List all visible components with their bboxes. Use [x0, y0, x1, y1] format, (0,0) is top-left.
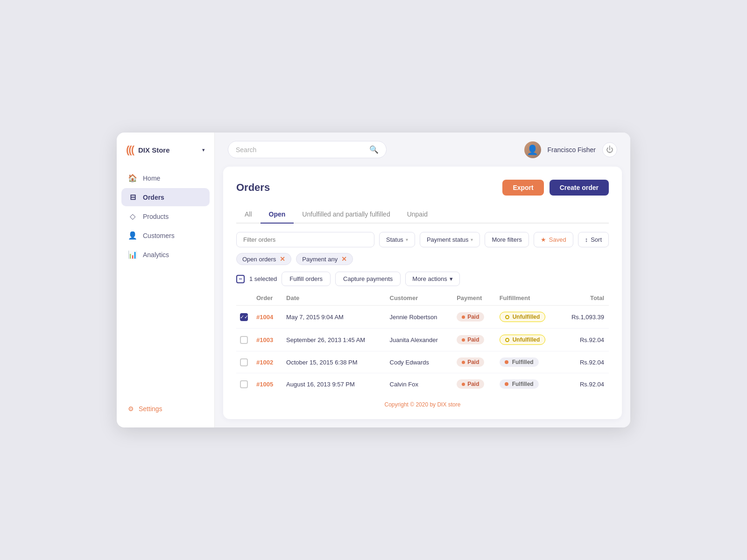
- tab-unfulfilled[interactable]: Unfulfilled and partially fulfilled: [294, 206, 398, 224]
- fulfill-orders-button[interactable]: Fulfill orders: [282, 272, 331, 286]
- row-checkbox[interactable]: [240, 336, 248, 344]
- filter-tag-label: Open orders: [242, 256, 276, 263]
- order-link[interactable]: #1005: [256, 381, 273, 388]
- main-content: 🔍 👤 Francisco Fisher ⏻ Orders Export Cre…: [215, 133, 630, 427]
- order-date: September 26, 2013 1:45 AM: [282, 329, 386, 351]
- tab-all[interactable]: All: [236, 206, 261, 224]
- sidebar-brand[interactable]: ((( DIX Store ▾: [117, 144, 214, 169]
- more-actions-label: More actions: [412, 275, 447, 282]
- settings-label: Settings: [139, 405, 162, 413]
- analytics-icon: 📊: [128, 250, 137, 259]
- saved-button[interactable]: ★ Saved: [534, 232, 573, 247]
- order-customer: Cody Edwards: [386, 351, 453, 373]
- brand-chevron-icon: ▾: [202, 147, 205, 153]
- table-row: #1002October 15, 2015 6:38 PMCody Edward…: [236, 351, 609, 373]
- sidebar-item-home[interactable]: 🏠 Home: [121, 169, 210, 187]
- order-total: Rs.92.04: [560, 351, 609, 373]
- sidebar-item-analytics[interactable]: 📊 Analytics: [121, 245, 210, 264]
- payment-badge: Paid: [457, 335, 484, 344]
- sort-icon: ↕: [585, 236, 588, 243]
- fulfillment-badge: Fulfilled: [500, 357, 539, 367]
- search-icon: 🔍: [369, 145, 379, 154]
- sidebar-footer: ⚙ Settings: [117, 397, 214, 416]
- avatar: 👤: [524, 141, 541, 158]
- table-row: #1005August 16, 2013 9:57 PMCalvin FoxPa…: [236, 373, 609, 395]
- order-date: August 16, 2013 9:57 PM: [282, 373, 386, 395]
- filter-input[interactable]: [236, 232, 374, 247]
- sidebar-item-label: Orders: [143, 194, 164, 201]
- user-name: Francisco Fisher: [548, 146, 596, 154]
- filter-tag-label: Payment any: [302, 256, 338, 263]
- orders-table: Order Date Customer Payment Fulfillment …: [236, 291, 609, 395]
- remove-open-orders-filter-button[interactable]: ✕: [280, 255, 285, 263]
- bulk-actions-bar: − 1 selected Fulfill orders Capture paym…: [236, 272, 609, 286]
- sidebar-item-customers[interactable]: 👤 Customers: [121, 226, 210, 245]
- orders-icon: ⊟: [128, 193, 137, 202]
- order-total: Rs.92.04: [560, 329, 609, 351]
- row-checkbox[interactable]: [240, 380, 248, 388]
- filter-input-wrap: [236, 232, 374, 247]
- tab-open[interactable]: Open: [261, 206, 294, 224]
- sidebar-item-settings[interactable]: ⚙ Settings: [126, 401, 205, 416]
- sidebar: ((( DIX Store ▾ 🏠 Home ⊟ Orders ◇ Produc…: [117, 133, 215, 427]
- export-button[interactable]: Export: [502, 180, 543, 196]
- settings-icon: ⚙: [128, 405, 134, 413]
- order-date: May 7, 2015 9:04 AM: [282, 306, 386, 329]
- col-header-check: [236, 291, 253, 306]
- page-title: Orders: [236, 182, 270, 194]
- page-content: Orders Export Create order All Open Unfu…: [223, 167, 622, 419]
- filter-tag-payment-any: Payment any ✕: [296, 253, 353, 265]
- col-header-payment: Payment: [453, 291, 496, 306]
- sidebar-item-label: Products: [143, 213, 169, 220]
- power-button[interactable]: ⏻: [602, 142, 617, 157]
- more-actions-button[interactable]: More actions ▾: [405, 272, 459, 286]
- row-checkbox[interactable]: [240, 358, 248, 366]
- sidebar-item-orders[interactable]: ⊟ Orders: [121, 188, 210, 206]
- active-filters: Open orders ✕ Payment any ✕: [236, 253, 609, 265]
- products-icon: ◇: [128, 212, 137, 221]
- bulk-select-checkbox[interactable]: −: [236, 275, 245, 283]
- order-total: Rs.1,093.39: [560, 306, 609, 329]
- star-icon: ★: [541, 236, 546, 243]
- search-box[interactable]: 🔍: [228, 141, 387, 158]
- payment-status-filter-button[interactable]: Payment status ▾: [420, 232, 480, 247]
- payment-badge: Paid: [457, 312, 484, 322]
- row-checkbox[interactable]: ✓: [240, 313, 248, 321]
- sort-button[interactable]: ↕ Sort: [578, 232, 609, 247]
- col-header-date: Date: [282, 291, 386, 306]
- order-customer: Jennie Robertson: [386, 306, 453, 329]
- filter-bar: Status ▾ Payment status ▾ More filters ★…: [236, 232, 609, 247]
- sidebar-item-products[interactable]: ◇ Products: [121, 207, 210, 225]
- order-customer: Calvin Fox: [386, 373, 453, 395]
- sidebar-nav: 🏠 Home ⊟ Orders ◇ Products 👤 Customers 📊…: [117, 169, 214, 397]
- search-input[interactable]: [236, 146, 366, 154]
- order-link[interactable]: #1004: [256, 314, 273, 321]
- create-order-button[interactable]: Create order: [550, 180, 609, 196]
- brand-logo-icon: (((: [126, 144, 134, 156]
- tab-unpaid[interactable]: Unpaid: [399, 206, 436, 224]
- more-actions-chevron-icon: ▾: [450, 275, 453, 282]
- sort-label: Sort: [591, 236, 602, 243]
- tabs: All Open Unfulfilled and partially fulfi…: [236, 206, 609, 224]
- brand-name: DIX Store: [138, 146, 170, 154]
- customers-icon: 👤: [128, 231, 137, 240]
- sidebar-item-label: Analytics: [143, 251, 169, 259]
- fulfillment-badge: Fulfilled: [500, 379, 539, 389]
- capture-payments-button[interactable]: Capture payments: [335, 272, 401, 286]
- topbar: 🔍 👤 Francisco Fisher ⏻: [215, 133, 630, 167]
- status-filter-button[interactable]: Status ▾: [379, 232, 415, 247]
- order-total: Rs.92.04: [560, 373, 609, 395]
- fulfillment-badge: Unfulfilled: [500, 335, 546, 345]
- remove-payment-any-filter-button[interactable]: ✕: [341, 255, 347, 263]
- fulfillment-badge: Unfulfilled: [500, 312, 546, 322]
- more-filters-button[interactable]: More filters: [485, 232, 529, 247]
- page-header: Orders Export Create order: [236, 180, 609, 196]
- home-icon: 🏠: [128, 174, 137, 182]
- order-date: October 15, 2015 6:38 PM: [282, 351, 386, 373]
- order-link[interactable]: #1003: [256, 336, 273, 343]
- order-link[interactable]: #1002: [256, 359, 273, 366]
- table-row: ✓#1004May 7, 2015 9:04 AMJennie Robertso…: [236, 306, 609, 329]
- col-header-order: Order: [253, 291, 282, 306]
- sidebar-item-label: Customers: [143, 232, 175, 239]
- page-actions: Export Create order: [502, 180, 609, 196]
